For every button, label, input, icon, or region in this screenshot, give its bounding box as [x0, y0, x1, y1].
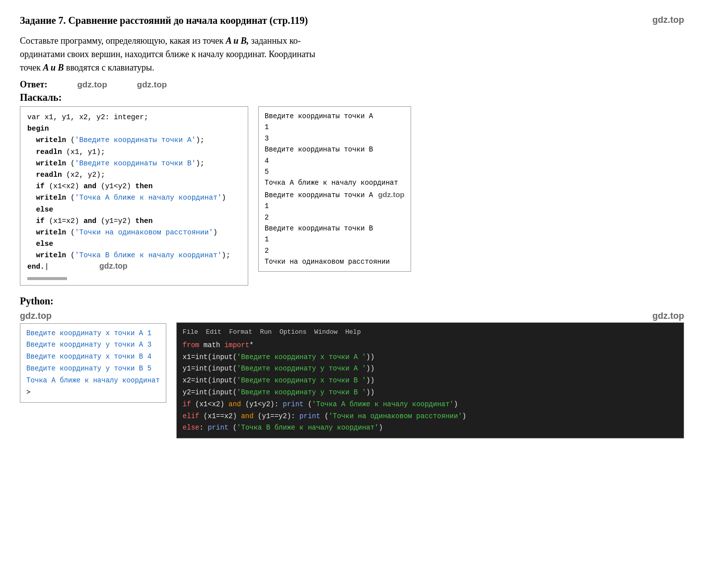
py-out-1: Введите координату x точки А 1 — [26, 328, 160, 340]
out-line-10: 2 — [265, 212, 405, 223]
out-line-12: 1 — [265, 234, 405, 245]
python-code-wrapper: gdz.top File Edit Format Run Options Win… — [176, 311, 684, 439]
py-code-1: from math import* — [183, 340, 678, 352]
out-line-4: Введите координаты точки B — [265, 144, 405, 155]
python-section: gdz.top Введите координату x точки А 1 В… — [20, 311, 684, 439]
answer-label: Ответ: — [20, 79, 47, 90]
out-line-11: Введите координаты точки B — [265, 223, 405, 234]
out-line-6: 5 — [265, 166, 405, 177]
code-line-5: writeln ('Введите координаты точки B'); — [27, 158, 241, 169]
python-gdz-wrapper-left: gdz.top Введите координату x точки А 1 В… — [20, 311, 166, 403]
code-line-11: writeln ('Точки на одинаковом расстоянии… — [27, 227, 241, 238]
py-code-2: x1=int(input('Введите координату x точки… — [183, 352, 678, 364]
out-line-3: 3 — [265, 133, 405, 144]
pascal-output-box: Введите координаты точки А 1 3 Введите к… — [258, 106, 411, 272]
code-line-7: if (x1<x2) and (y1<y2) then — [27, 181, 241, 192]
desc-line1: Составьте программу, определяющую, какая… — [20, 36, 301, 46]
out-line-14: Точки на одинаковом расстоянии — [265, 256, 405, 267]
pascal-code-box: var x1, y1, x2, y2: integer; begin write… — [20, 106, 248, 286]
out-line-8: Введите координаты точки Аgdz.top — [265, 189, 405, 201]
py-code-7: elif (x1==x2) and (y1==y2): print ('Точк… — [183, 411, 678, 423]
code-line-1: var x1, y1, x2, y2: integer; — [27, 112, 241, 123]
pascal-output-area: Введите координаты точки А 1 3 Введите к… — [258, 106, 411, 272]
gdz-inline-1: gdz.top — [77, 80, 107, 90]
gdz-python-right: gdz.top — [652, 311, 684, 321]
code-line-8: writeln ('Точка А ближе к началу координ… — [27, 192, 241, 204]
python-code-box: File Edit Format Run Options Window Help… — [176, 322, 684, 439]
gdz-python-left: gdz.top — [20, 311, 166, 321]
py-code-8: else: print ('Точка В ближе к началу коо… — [183, 422, 678, 434]
py-code-6: if (x1<x2) and (y1<y2): print ('Точка А … — [183, 399, 678, 411]
desc-line3: точек A и B вводятся с клавиатуры. — [20, 63, 154, 73]
title-text: Задание 7. Сравнение расстояний до начал… — [20, 15, 308, 26]
code-line-6: readln (x2, y2); — [27, 169, 241, 181]
py-out-3: Введите координату x точки B 4 — [26, 351, 160, 363]
code-line-3: writeln ('Введите координаты точки А'); — [27, 135, 241, 146]
desc-line2: ординатами своих вершин, находится ближе… — [20, 49, 315, 59]
py-out-5: Точка А ближе к началу координат — [26, 375, 160, 387]
py-out-4: Введите координату y точки B 5 — [26, 363, 160, 375]
out-line-2: 1 — [265, 122, 405, 133]
python-output-box: Введите координату x точки А 1 Введите к… — [20, 323, 166, 403]
out-line-1: Введите координаты точки А — [265, 111, 405, 122]
py-code-5: y2=int(input('Введите координату y точки… — [183, 387, 678, 399]
python-menu-bar: File Edit Format Run Options Window Help — [183, 327, 678, 338]
code-line-10: if (x1=x2) and (y1=y2) then — [27, 216, 241, 227]
pascal-section: var x1, y1, x2, y2: integer; begin write… — [20, 106, 684, 286]
py-out-2: Введите координату y точки А 3 — [26, 339, 160, 351]
scrollbar[interactable] — [27, 277, 67, 280]
answer-row: Ответ: gdz.top gdz.top — [20, 79, 684, 90]
pascal-label: Паскаль: — [20, 92, 684, 103]
code-line-13: writeln ('Точка В ближе к началу координ… — [27, 250, 241, 261]
out-line-13: 2 — [265, 245, 405, 256]
gdz-out-inline: gdz.top — [378, 190, 404, 199]
out-line-7: Точка А ближе к началу координат — [265, 177, 405, 188]
out-line-5: 4 — [265, 155, 405, 166]
out-line-9: 1 — [265, 201, 405, 212]
gdz-inline-2: gdz.top — [137, 80, 167, 90]
py-code-3: y1=int(input('Введите координату y точки… — [183, 363, 678, 375]
gdz-top-title: gdz.top — [652, 15, 684, 25]
code-line-9: else — [27, 204, 241, 216]
python-gdz-row-top: gdz.top — [176, 311, 684, 321]
py-out-prompt: > — [26, 387, 160, 399]
code-line-12: else — [27, 238, 241, 250]
python-label: Python: — [20, 295, 684, 307]
code-line-2: begin — [27, 123, 241, 135]
title: Задание 7. Сравнение расстояний до начал… — [20, 15, 684, 26]
pascal-code-wrapper: var x1, y1, x2, y2: integer; begin write… — [20, 106, 248, 286]
gdz-pascal-code: gdz.top — [99, 262, 128, 271]
py-code-4: x2=int(input('Введите координату x точки… — [183, 375, 678, 387]
description: Составьте программу, определяющую, какая… — [20, 34, 684, 74]
code-line-14: end.| — [27, 261, 241, 273]
code-line-4: readln (x1, y1); — [27, 147, 241, 158]
